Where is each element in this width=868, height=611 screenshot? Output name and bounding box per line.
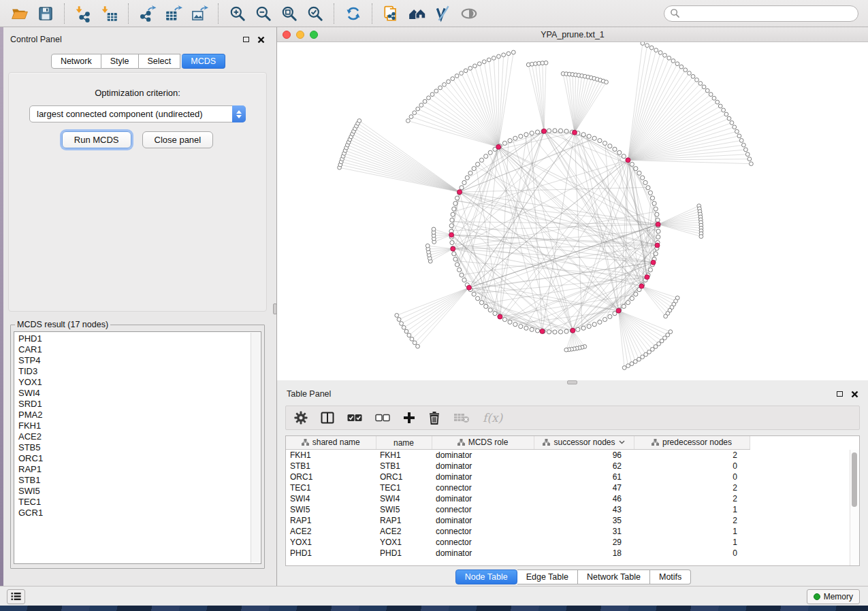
home-button[interactable] (406, 3, 428, 24)
table-cell: 61 (534, 472, 634, 482)
tab-node-table[interactable]: Node Table (455, 569, 517, 584)
table-cell: dominator (432, 515, 534, 526)
search-input[interactable] (684, 8, 852, 19)
mcds-node-item[interactable]: SRD1 (18, 399, 250, 410)
table-panel-tabs: Node TableEdge TableNetwork TableMotifs (277, 569, 868, 584)
network-file-button[interactable] (381, 3, 402, 24)
mcds-node-item[interactable]: GCR1 (18, 508, 250, 518)
mcds-node-item[interactable]: TEC1 (18, 497, 250, 508)
table-scrollbar[interactable] (850, 450, 859, 565)
table-row[interactable]: ORC1ORC1dominator610 (286, 472, 859, 482)
network-window-titlebar: YPA_prune.txt_1 (277, 27, 868, 42)
add-column-button[interactable] (403, 412, 415, 424)
tab-select[interactable]: Select (139, 54, 181, 69)
plus-icon (403, 412, 415, 424)
show-column-button[interactable] (321, 412, 334, 424)
mcds-node-item[interactable]: STP4 (18, 355, 250, 366)
tab-network-table[interactable]: Network Table (578, 569, 650, 584)
splitter-handle-icon[interactable] (567, 380, 577, 384)
mcds-node-item[interactable]: STB5 (18, 442, 250, 453)
column-header-name[interactable]: name (376, 436, 432, 450)
mcds-node-item[interactable]: ACE2 (18, 431, 250, 442)
mcds-list-scrollbar[interactable] (251, 333, 260, 563)
tab-network[interactable]: Network (51, 54, 101, 69)
tab-edge-table[interactable]: Edge Table (517, 569, 578, 584)
zoom-out-button[interactable] (253, 3, 274, 24)
export-image-button[interactable] (189, 3, 210, 24)
table-row[interactable]: PHD1PHD1dominator180 (286, 548, 859, 559)
column-header-predecessor-nodes[interactable]: predecessor nodes (634, 436, 750, 450)
toolbar-separator (372, 3, 373, 24)
table-row[interactable]: YOX1YOX1connector291 (286, 537, 859, 548)
table-cell: 62 (534, 461, 634, 472)
column-header-mcds-role[interactable]: MCDS role (432, 436, 534, 450)
close-panel-icon[interactable] (851, 391, 858, 398)
checked-boxes-icon (347, 414, 362, 422)
float-panel-icon[interactable] (243, 37, 249, 42)
mcds-node-item[interactable]: YOX1 (18, 377, 250, 388)
window-maximize-button[interactable] (310, 31, 318, 39)
import-table-button[interactable] (99, 3, 120, 24)
table-cell: SWI5 (376, 504, 432, 515)
table-settings-button[interactable] (294, 411, 308, 425)
table-cell: 47 (534, 482, 634, 493)
save-session-button[interactable] (35, 3, 57, 24)
mcds-node-item[interactable]: RAP1 (18, 464, 250, 475)
refresh-button[interactable] (342, 3, 364, 24)
open-file-button[interactable] (9, 3, 31, 24)
table-row[interactable]: SWI4SWI4dominator462 (286, 493, 859, 504)
export-table-button[interactable] (163, 3, 184, 24)
mcds-node-item[interactable]: SWI5 (18, 486, 250, 497)
mcds-node-item[interactable]: ORC1 (18, 453, 250, 464)
mcds-result-list[interactable]: PHD1CAR1STP4TID3YOX1SWI4SRD1PMA2FKH1ACE2… (14, 331, 261, 564)
delete-column-button[interactable] (428, 411, 440, 425)
tab-mcds[interactable]: MCDS (182, 54, 225, 69)
network-canvas[interactable] (277, 42, 868, 380)
node-table: shared namenameMCDS rolesuccessor nodesp… (286, 436, 859, 559)
table-cell: dominator (432, 493, 534, 504)
zoom-in-button[interactable] (227, 3, 248, 24)
mcds-node-item[interactable]: PMA2 (18, 410, 250, 420)
search-icon (670, 8, 680, 18)
scrollbar-thumb[interactable] (852, 452, 857, 507)
table-cell: dominator (432, 472, 534, 482)
window-close-button[interactable] (283, 31, 291, 39)
window-minimize-button[interactable] (296, 31, 304, 39)
zoom-selected-button[interactable] (304, 3, 326, 24)
visual-mapping-button[interactable] (432, 3, 454, 24)
mcds-node-item[interactable]: PHD1 (18, 333, 250, 344)
mcds-node-item[interactable]: STB1 (18, 475, 250, 486)
table-row[interactable]: SWI5SWI5connector431 (286, 504, 859, 515)
zoom-fit-button[interactable] (278, 3, 300, 24)
tab-motifs[interactable]: Motifs (650, 569, 691, 584)
table-cell: 1 (634, 526, 750, 537)
memory-button[interactable]: Memory (807, 589, 860, 604)
table-row[interactable]: STB1STB1dominator620 (286, 461, 859, 472)
optimization-criterion-select[interactable]: largest connected component (undirected) (29, 105, 246, 122)
table-cell-filler (750, 482, 859, 493)
table-row[interactable]: RAP1RAP1dominator352 (286, 515, 859, 526)
mcds-node-item[interactable]: CAR1 (18, 344, 250, 355)
table-row[interactable]: TEC1TEC1connector472 (286, 482, 859, 493)
tab-style[interactable]: Style (101, 54, 139, 69)
task-history-button[interactable] (7, 589, 25, 604)
mcds-node-item[interactable]: SWI4 (18, 388, 250, 399)
column-header-successor-nodes[interactable]: successor nodes (534, 436, 634, 450)
export-network-button[interactable] (137, 3, 159, 24)
float-panel-icon[interactable] (837, 391, 843, 397)
column-header-shared-name[interactable]: shared name (286, 436, 376, 450)
network-graph[interactable] (277, 42, 868, 380)
horizontal-splitter[interactable] (277, 380, 868, 384)
close-panel-icon[interactable] (257, 36, 265, 44)
import-network-button[interactable] (73, 3, 95, 24)
table-cell: 1 (634, 537, 750, 548)
table-row[interactable]: ACE2ACE2connector311 (286, 526, 859, 537)
hide-graphics-button[interactable] (458, 3, 480, 24)
select-all-button[interactable] (347, 414, 362, 422)
unselect-all-button[interactable] (375, 414, 390, 422)
table-row[interactable]: FKH1FKH1dominator962 (286, 450, 859, 461)
mcds-node-item[interactable]: FKH1 (18, 420, 250, 431)
run-mcds-button[interactable]: Run MCDS (62, 131, 131, 148)
close-panel-button[interactable]: Close panel (142, 131, 214, 148)
mcds-node-item[interactable]: TID3 (18, 366, 250, 377)
